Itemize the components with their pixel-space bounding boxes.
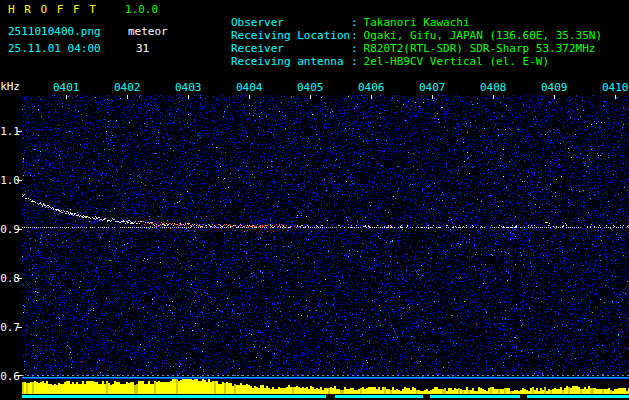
info-label: Receiving antenna [231,55,351,68]
x-tick-label: 0405 [297,81,324,94]
info-value: Ogaki, Gifu, JAPAN (136.60E, 35.35N) [358,29,602,42]
mode-label: meteor [128,26,168,38]
info-row-observer: Observer:Takanori Kawachi [178,3,602,16]
y-axis-unit: kHz [0,80,20,93]
x-tick-label: 0407 [419,81,446,94]
info-label: Observer [231,16,351,29]
x-tick-label: 0409 [541,81,568,94]
station-info: Observer:Takanori Kawachi Receiving Loca… [178,3,602,55]
app-title: H R O F F T [8,4,97,16]
info-value: R820T2(RTL-SDR) SDR-Sharp 53.372MHz [358,42,596,55]
info-value: Takanori Kawachi [358,16,470,29]
hrofft-screen: H R O F F T 1.0.0 2511010400.png meteor … [0,0,629,400]
x-tick-label: 0401 [53,81,80,94]
x-tick-label: 0406 [358,81,385,94]
x-tick-label: 0404 [236,81,263,94]
x-tick-label: 0403 [175,81,202,94]
info-value: 2el-HB9CV Vertical (el. E-W) [358,55,549,68]
spectrogram-canvas [22,95,629,377]
filename: 2511010400.png [8,26,101,38]
app-version: 1.0.0 [125,4,158,16]
meteor-count: 31 [136,43,149,55]
info-colon: : [351,42,358,55]
info-colon: : [351,29,358,42]
info-colon: : [351,55,358,68]
x-tick-label: 0408 [480,81,507,94]
x-tick-label: 0402 [114,81,141,94]
x-tick-label: 0410 [602,81,629,94]
info-label: Receiver [231,42,351,55]
datetime: 25.11.01 04:00 [8,43,101,55]
power-graph-canvas [22,377,629,400]
info-colon: : [351,16,358,29]
info-label: Receiving Location [231,29,351,42]
y-tick-label: 0.6 [0,370,20,383]
